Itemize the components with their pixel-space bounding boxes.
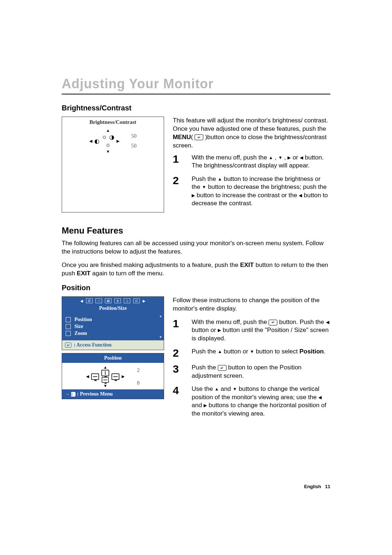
sun-icon: ☼ <box>102 133 107 141</box>
down-arrow-icon: ▼ <box>233 386 237 392</box>
contrast-icon: ◐ <box>94 138 99 145</box>
pos-step3-text: Push the ↵ button to open the Position a… <box>192 364 330 380</box>
section-position: Position ◀ ⊞ ◇ ▦ ᚖ ▯ ⊟ ▶ Position/Size <box>62 284 330 423</box>
tab-signal-icon: ᚖ <box>114 298 121 303</box>
vpos-icon <box>101 370 109 376</box>
pos-step-2: 2 Push the ▲ button or ▼ button to selec… <box>173 348 330 358</box>
right-arrow-icon: ▶ <box>143 299 146 303</box>
pos-val2: 8 <box>137 380 140 386</box>
step-number: 3 <box>173 364 185 374</box>
pos-intro: Follow these instructions to change the … <box>173 296 330 313</box>
pos-osd-2: Position ◀ ▲ ▼ ▶ <box>62 353 164 399</box>
bc-val2: 50 <box>131 143 136 149</box>
bc-step1-text: With the menu off, push the ▲ , ▼ , ▶ or… <box>192 154 330 170</box>
step-number: 1 <box>173 154 185 165</box>
pos-osd-stack: ◀ ⊞ ◇ ▦ ᚖ ▯ ⊟ ▶ Position/Size ▲ ▼ <box>62 296 164 423</box>
osd-tab-title: Position/Size <box>62 305 164 313</box>
up-arrow-icon: ▲ <box>215 386 219 392</box>
pos-step-4: 4 Use the ▲ and ▼ buttons to change the … <box>173 385 330 418</box>
down-arrow-icon: ▼ <box>250 349 254 354</box>
bc-osd: Brightness/Contrast ◀ ◐ ▲ ☼ ◑ ☼ ▼ <box>62 117 164 212</box>
down-arrow-icon: ▼ <box>103 384 107 388</box>
bc-step2-text: Push the ▲ button to increase the bright… <box>192 175 330 208</box>
tab-position-icon: ⊞ <box>86 298 93 303</box>
osd-access-bar: ↵ : Access Function <box>62 340 164 350</box>
contrast2-icon: ◑ <box>109 134 114 141</box>
bc-osd-title: Brightness/Contrast <box>62 117 164 126</box>
zoom-icon <box>66 331 71 336</box>
mf-heading: Menu Features <box>62 226 330 236</box>
footer-lang: English <box>304 484 321 489</box>
size-icon <box>66 324 71 329</box>
bc-val1: 50 <box>131 133 136 139</box>
title-rule <box>62 94 330 94</box>
bc-osd-body: ◀ ◐ ▲ ☼ ◑ ☼ ▼ ▶ 50 <box>62 126 164 159</box>
up-arrow-icon: ▲ <box>106 128 110 133</box>
left-arrow-icon: ◀ <box>326 320 329 325</box>
pos-text-col: Follow these instructions to change the … <box>173 296 330 423</box>
pos-steps: 1 With the menu off, push the ↵ button. … <box>173 318 330 418</box>
pos-val1: 2 <box>137 367 140 373</box>
pos-step4-text: Use the ▲ and ▼ buttons to change the ve… <box>192 385 330 418</box>
sun2-icon: ☼ <box>105 141 111 149</box>
tab-misc-icon: ▯ <box>124 298 130 303</box>
enter-icon: ↵ <box>195 134 203 140</box>
right-arrow-icon: ▶ <box>117 139 119 143</box>
down-arrow-icon: ▼ <box>202 185 206 190</box>
right-arrow-icon: ▶ <box>218 328 221 333</box>
down-arrow-icon: ▼ <box>106 149 110 154</box>
tab-color-icon: ▦ <box>105 298 111 303</box>
section-brightness-contrast: Brightness/Contrast Brightness/Contrast … <box>62 104 330 212</box>
enter-icon: ↵ <box>218 365 226 371</box>
scroll-down-icon: ▼ <box>159 335 162 339</box>
bc-step-2: 2 Push the ▲ button to increase the brig… <box>173 175 330 208</box>
step-number: 2 <box>173 175 185 186</box>
hpos3-icon <box>111 373 119 380</box>
right-arrow-icon: ▶ <box>122 374 124 379</box>
up-arrow-icon: ▲ <box>218 349 222 354</box>
pos-heading: Position <box>62 284 330 292</box>
bc-intro: This feature will adjust the monitor's b… <box>173 117 330 150</box>
menu-item-zoom: Zoom <box>66 331 160 336</box>
osd-tab-row: ◀ ⊞ ◇ ▦ ᚖ ▯ ⊟ ▶ <box>62 297 164 305</box>
enter-icon: ↵ <box>269 320 277 325</box>
osd-menu-list: ▲ ▼ Position Size <box>62 313 164 340</box>
bc-row: Brightness/Contrast ◀ ◐ ▲ ☼ ◑ ☼ ▼ <box>62 117 330 212</box>
section-menu-features: Menu Features The following features can… <box>62 226 330 278</box>
pos-step-3: 3 Push the ↵ button to open the Position… <box>173 364 330 380</box>
tab-geometry-icon: ◇ <box>95 298 102 303</box>
step-number: 4 <box>173 385 185 396</box>
hpos-icon <box>91 373 99 380</box>
arrow-icon: → <box>65 391 70 397</box>
left-arrow-icon: ◀ <box>299 193 302 198</box>
left-arrow-icon: ◀ <box>80 299 83 303</box>
page-title: Adjusting Your Monitor <box>62 76 330 92</box>
menu-item-position: Position <box>66 317 160 323</box>
footer-page: 11 <box>325 484 330 489</box>
pos-step1-text: With the menu off, push the ↵ button. Pu… <box>192 318 330 343</box>
pos-osd2-footer: → : Previous Menu <box>62 389 164 399</box>
bc-text-col: This feature will adjust the monitor's b… <box>173 117 330 212</box>
step-number: 2 <box>173 348 185 358</box>
mf-p1: The following features can all be access… <box>62 239 330 256</box>
bc-steps: 1 With the menu off, push the ▲ , ▼ , ▶ … <box>173 154 330 208</box>
bc-step-1: 1 With the menu off, push the ▲ , ▼ , ▶ … <box>173 154 330 170</box>
bc-heading: Brightness/Contrast <box>62 104 330 112</box>
left-arrow-icon: ◀ <box>86 374 89 379</box>
pos-row: ◀ ⊞ ◇ ▦ ᚖ ▯ ⊟ ▶ Position/Size ▲ ▼ <box>62 296 330 423</box>
enter-icon: ↵ <box>65 343 72 348</box>
up-arrow-icon: ▲ <box>218 176 222 181</box>
up-arrow-icon: ▲ <box>269 155 273 160</box>
right-arrow-icon: ▶ <box>192 193 195 198</box>
book-icon <box>71 392 75 397</box>
left-arrow-icon: ◀ <box>89 139 92 143</box>
pos-osd2-title: Position <box>62 353 164 363</box>
position-icon <box>66 317 71 322</box>
down-arrow-icon: ▼ <box>278 155 282 160</box>
menu-item-size: Size <box>66 324 160 329</box>
page-footer: English 11 <box>62 484 330 489</box>
tab-info-icon: ⊟ <box>133 298 140 303</box>
up-arrow-icon: ▲ <box>103 365 107 369</box>
page-content: Adjusting Your Monitor Brightness/Contra… <box>62 76 330 423</box>
mf-p2: Once you are finished making adjustments… <box>62 261 330 278</box>
